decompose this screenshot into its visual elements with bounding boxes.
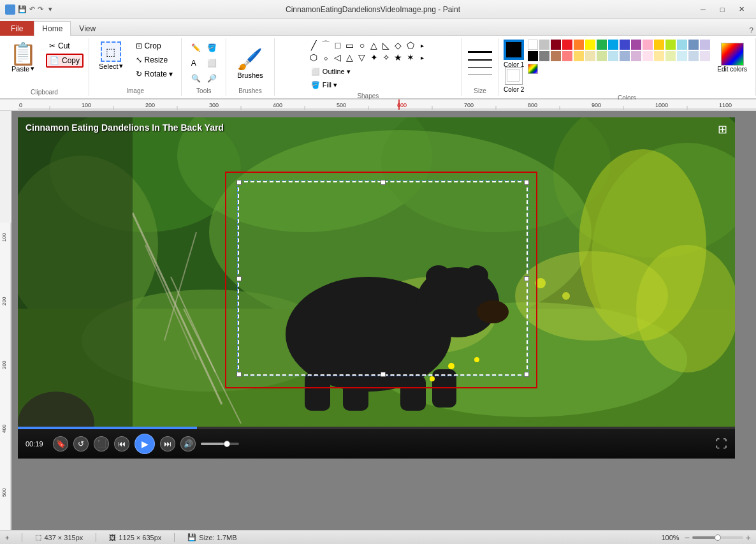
stop-button[interactable]: ⬛ [94,436,109,452]
color-swatch[interactable] [585,40,595,50]
color-swatch[interactable] [665,40,676,50]
color-swatch[interactable] [688,51,699,61]
color-swatch[interactable] [539,40,549,50]
zoom-in-button[interactable]: + [746,533,751,543]
resize-button[interactable]: ⤡ Resize [133,54,177,66]
tab-file[interactable]: File [0,21,34,36]
progress-track[interactable] [18,427,735,429]
shape-ellipse[interactable]: ○ [356,40,368,51]
color-swatch[interactable] [643,51,653,61]
copy-button[interactable]: 📄 Copy [46,54,84,68]
color2-box[interactable] [505,67,523,85]
shape-down-arrow[interactable]: ▽ [356,52,368,63]
color-swatch[interactable] [597,40,607,50]
shape-curve[interactable]: ⌒ [320,40,331,51]
color-swatch[interactable] [700,51,710,61]
color-swatch[interactable] [665,51,676,61]
color-swatch[interactable] [597,51,607,61]
color-swatch[interactable] [528,40,538,50]
pencil-button[interactable]: ✏️ [189,41,203,55]
color-swatch[interactable] [654,40,664,50]
zoom-out-button[interactable]: − [685,533,690,543]
handle-bl[interactable] [236,372,242,377]
shape-hexagon[interactable]: ⬡ [308,52,319,63]
handle-tr[interactable] [524,180,529,185]
status-add-button[interactable]: + [5,534,9,541]
paste-button[interactable]: 📋 Paste▾ [5,40,41,76]
picker-button[interactable]: 🔍 [189,71,203,85]
shape-up-arrow[interactable]: △ [344,52,356,63]
text-button[interactable]: A [189,56,203,70]
fullscreen-button[interactable]: ⛶ [716,437,727,451]
handle-ml[interactable] [236,276,242,281]
shape-round-rect[interactable]: ▭ [344,40,356,51]
color-swatch[interactable] [677,51,687,61]
color-swatch[interactable] [677,40,687,50]
rotate-button[interactable]: ↻ Rotate ▾ [133,68,177,80]
help-icon[interactable]: ? [749,26,753,35]
shape-left-arrow[interactable]: ◁ [332,52,344,63]
forward-button[interactable]: ⏭ [160,436,175,452]
shape-star6[interactable]: ✶ [405,52,416,63]
color-swatch[interactable] [551,51,561,61]
color-swatch[interactable] [539,51,549,61]
outline-button[interactable]: ⬜ Outline ▾ [308,66,354,78]
fill-button[interactable]: 🪣 [205,41,219,55]
color-swatch[interactable] [562,51,572,61]
shape-callout[interactable]: ▸ [417,52,428,63]
color-swatch[interactable] [574,40,584,50]
minimize-button[interactable]: ─ [694,3,713,16]
color-swatch[interactable] [608,40,618,50]
color-swatch[interactable] [585,51,595,61]
color-swatch[interactable] [528,51,538,61]
shape-star5[interactable]: ★ [393,52,404,63]
brushes-button[interactable]: 🖌️ Brushes [231,44,268,82]
color-swatch[interactable] [654,51,664,61]
shape-right-arrow[interactable]: ⬦ [320,52,331,63]
shape-right-triangle[interactable]: ◺ [381,40,392,51]
zoom-thumb[interactable] [715,534,721,541]
shape-four-arrow[interactable]: ✦ [368,52,380,63]
color-swatch[interactable] [608,51,618,61]
play-button[interactable]: ▶ [134,434,155,454]
bookmark-button[interactable]: 🔖 [53,436,68,452]
eraser-button[interactable]: ⬜ [205,56,219,70]
canvas-container[interactable]: Cinnamon Eating Dandelions In The Back Y… [11,111,756,530]
color-swatch[interactable] [620,51,630,61]
handle-br[interactable] [524,372,529,377]
zoom-button[interactable]: 🔎 [205,71,219,85]
color-swatch[interactable] [620,40,630,50]
handle-mr[interactable] [524,276,529,281]
color-swatch[interactable] [574,51,584,61]
shape-diamond[interactable]: ◇ [393,40,404,51]
cut-button[interactable]: ✂ Cut [46,40,84,52]
crop-button[interactable]: ⊡ Crop [133,40,177,52]
tab-view[interactable]: View [71,21,104,36]
volume-button[interactable]: 🔊 [180,436,196,452]
color-swatch-special[interactable] [528,64,538,74]
handle-tm[interactable] [381,180,386,185]
zoom-slider[interactable] [692,536,743,539]
color-swatch[interactable] [631,51,641,61]
volume-slider[interactable] [201,443,239,445]
quick-access-dropdown[interactable]: ▾ [48,5,52,13]
shape-pentagon[interactable]: ⬠ [405,40,416,51]
quick-access-save[interactable]: 💾 [18,5,27,13]
close-button[interactable]: ✕ [732,3,751,16]
maximize-button[interactable]: □ [713,3,732,16]
handle-tl[interactable] [236,180,242,185]
color-swatch[interactable] [700,40,710,50]
color-swatch[interactable] [562,40,572,50]
tab-home[interactable]: Home [34,21,71,36]
edit-colors-button[interactable]: Edit colors [714,40,750,76]
replay-button[interactable]: ↺ [73,436,89,452]
shape-triangle[interactable]: △ [368,40,380,51]
color-swatch[interactable] [631,40,641,50]
color-swatch[interactable] [551,40,561,50]
size-selector[interactable] [467,49,493,77]
fill-dropdown-button[interactable]: 🪣 Fill ▾ [308,79,354,91]
quick-access-undo[interactable]: ↶ [29,5,35,13]
shape-rect[interactable]: □ [332,40,344,51]
shape-star4[interactable]: ✧ [381,52,392,63]
rewind-button[interactable]: ⏮ [114,436,129,452]
